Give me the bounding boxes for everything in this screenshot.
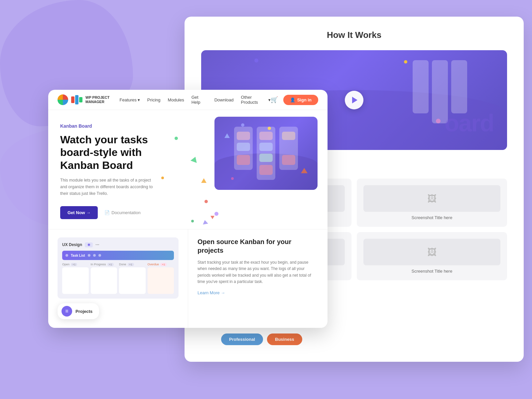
triangle-deco (191, 156, 199, 163)
kanban-mini-col (91, 267, 117, 294)
card-placeholder (282, 132, 295, 140)
wp-bottom-right: Open source Kanban for your projects Sta… (188, 229, 328, 328)
play-button[interactable] (345, 91, 363, 109)
card-placeholder (237, 143, 250, 151)
oss-title: Open source Kanban for your projects (198, 237, 318, 255)
triangle-deco (210, 216, 214, 219)
ux-header: UX Design ✱ ··· (62, 242, 174, 247)
oss-description: Start tracking your task at the exact ho… (198, 259, 318, 285)
kanban-bar: Task List (62, 251, 174, 260)
card-placeholder (237, 132, 250, 140)
hero-illustration (214, 117, 318, 190)
hero-description: This module lets you see all the tasks o… (60, 177, 157, 197)
kanban-mini-col (148, 267, 174, 294)
kanban-mini-col (62, 267, 89, 294)
col-count: +1 (71, 263, 77, 266)
card-placeholder (259, 154, 273, 162)
svg-rect-2 (79, 97, 82, 102)
nav-get-help[interactable]: Get Help (192, 95, 207, 105)
card-placeholder (259, 132, 273, 140)
projects-pill: ≡ Projects (58, 303, 99, 319)
wp-card: WP PROJECT MANAGER Features ▾ Pricing Mo… (48, 90, 328, 328)
doc-icon: 📄 (104, 210, 110, 215)
deco-dot (254, 59, 258, 63)
user-icon: 👤 (290, 97, 295, 102)
kb-dot (93, 254, 96, 257)
nav-links: Features ▾ Pricing Modules Get Help Down… (120, 95, 271, 105)
col-label: In Progress (91, 263, 106, 266)
col-count: +1 (128, 263, 134, 266)
hero-actions: Get Now → 📄 Documentation (60, 206, 316, 219)
nav-modules[interactable]: Modules (168, 97, 184, 102)
professional-button[interactable]: Professional (221, 333, 263, 345)
ill-triangle (224, 133, 230, 138)
nav-features[interactable]: Features ▾ (120, 97, 140, 102)
screenshot-img: 🖼 (363, 185, 500, 212)
nav-download[interactable]: Download (214, 97, 234, 102)
deco-dot (175, 137, 178, 140)
ill-dot (231, 177, 234, 180)
cart-icon[interactable]: 🛒 (271, 96, 278, 103)
kb-label: Task List (71, 254, 85, 257)
features-buttons: Professional Business (221, 333, 324, 345)
screenshot-title: Screenshot Title here (412, 215, 453, 220)
wp-bottom: UX Design ✱ ··· Task List Open+1 (48, 229, 328, 328)
kanban-columns-mini: Open+1 In Progress+1 Done+1 Overdue (62, 263, 174, 294)
kanban-col (413, 60, 429, 113)
wp-hero: Kanban Board Watch your tasks board-styl… (48, 110, 328, 229)
col-label: Done (119, 263, 126, 266)
documentation-link[interactable]: 📄 Documentation (104, 210, 140, 215)
projects-label: Projects (75, 309, 92, 314)
kanban-col (451, 60, 467, 113)
projects-icon: ≡ (62, 306, 72, 317)
nav-actions: 🛒 👤 Sign in (271, 95, 318, 105)
svg-rect-0 (71, 96, 74, 103)
col-label: Overdue (148, 263, 159, 266)
chevron-icon: ▾ (138, 97, 140, 102)
chevron-icon: ▾ (268, 97, 271, 102)
learn-more-link[interactable]: Learn More → (198, 290, 318, 295)
deco-dot (191, 220, 194, 222)
svg-rect-1 (75, 95, 78, 104)
nav-other-products[interactable]: Other Products ▾ (241, 95, 271, 105)
image-icon: 🖼 (427, 247, 437, 258)
screenshot-item: 🖼 Screenshot Title here (357, 179, 507, 227)
get-now-button[interactable]: Get Now → (60, 206, 98, 219)
screenshot-item: 🖼 Screenshot Title here (357, 232, 507, 280)
wp-logo: WP PROJECT MANAGER (58, 94, 110, 105)
wp-nav: WP PROJECT MANAGER Features ▾ Pricing Mo… (48, 90, 328, 110)
hero-kanban-col (234, 127, 253, 170)
logo-circle-icon (58, 94, 68, 105)
kb-dot (66, 254, 68, 257)
wp-bottom-left: UX Design ✱ ··· Task List Open+1 (48, 229, 188, 328)
triangle-deco (202, 220, 208, 225)
hiw-title: How It Works (201, 30, 507, 40)
deco-dot (204, 200, 208, 203)
hero-kanban-cols (234, 127, 298, 180)
ill-triangle (301, 168, 308, 173)
kb-dot (98, 254, 101, 257)
hiw-word-overlay: oard (445, 109, 494, 137)
card-placeholder (259, 143, 273, 151)
business-button[interactable]: Business (267, 333, 302, 345)
hero-title: Watch your tasks board-style with Kanban… (60, 133, 160, 172)
ux-design-mockup: UX Design ✱ ··· Task List Open+1 (58, 237, 179, 299)
wp-logo-icon (71, 95, 82, 104)
screenshot-img: 🖼 (363, 239, 500, 265)
kb-dot (88, 254, 90, 257)
more-icon: ··· (95, 242, 99, 247)
hero-kanban-col (279, 127, 298, 170)
image-icon: 🖼 (427, 193, 437, 204)
triangle-deco (201, 178, 206, 183)
screenshot-title: Screenshot Title here (412, 269, 453, 274)
ill-dot (241, 123, 244, 127)
col-label: Open (62, 263, 69, 266)
nav-pricing[interactable]: Pricing (147, 97, 161, 102)
scene: How It Works oard creenshots (0, 0, 532, 399)
deco-dot (161, 177, 164, 179)
sign-in-button[interactable]: 👤 Sign in (283, 95, 318, 105)
col-count: +1 (107, 263, 114, 266)
ux-tag: ✱ (85, 242, 93, 247)
logo-text: WP PROJECT MANAGER (85, 95, 110, 104)
deco-dot (404, 60, 407, 64)
